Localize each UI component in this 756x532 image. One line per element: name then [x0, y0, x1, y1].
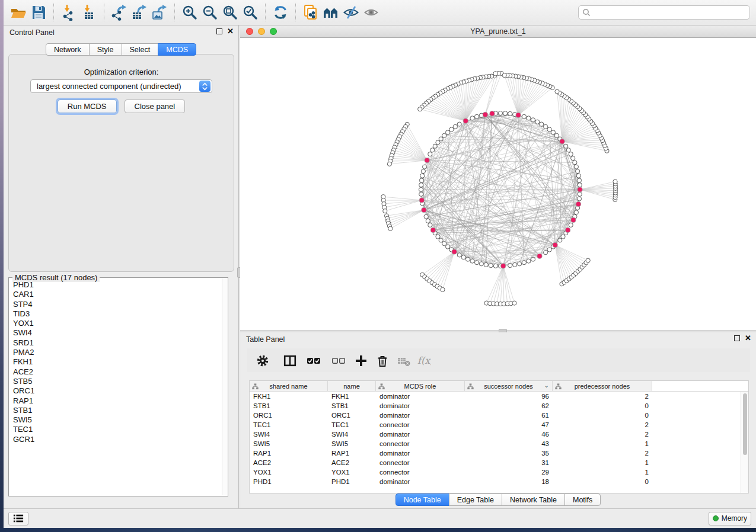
table-row[interactable]: ORC1ORC1dominator610	[250, 411, 748, 420]
search-input[interactable]	[591, 7, 749, 18]
show-all-icon[interactable]	[361, 3, 381, 22]
tab-motifs[interactable]: Motifs	[564, 493, 601, 506]
mcds-result-list[interactable]: PHD1CAR1STP4TID3YOX1SWI4SRD1PMA2FKH1ACE2…	[13, 280, 221, 495]
table-row[interactable]: TEC1TEC1connector472	[250, 420, 748, 430]
table-cell: PHD1	[250, 478, 328, 485]
network-title: YPA_prune.txt_1	[470, 27, 526, 36]
table-row[interactable]: YOX1YOX1connector291	[250, 467, 748, 477]
control-panel: Control Panel ✕ NetworkStyleSelectMCDS O…	[4, 25, 238, 508]
hide-selected-icon[interactable]	[341, 3, 361, 22]
window-maximize-icon[interactable]	[270, 28, 277, 35]
network-graph	[240, 38, 756, 330]
table-row[interactable]: FKH1FKH1dominator962	[250, 392, 748, 401]
table-header-row: shared namename MCDS role successor node…	[250, 381, 748, 392]
export-image-icon[interactable]	[149, 3, 170, 22]
network-canvas[interactable]	[240, 38, 756, 330]
tab-network[interactable]: Network	[46, 43, 90, 56]
control-panel-tabs: NetworkStyleSelectMCDS	[4, 43, 238, 56]
delete-column-icon[interactable]	[375, 352, 390, 369]
result-node[interactable]: STB1	[13, 406, 221, 415]
network-window-titlebar[interactable]: YPA_prune.txt_1	[240, 25, 756, 38]
tab-select[interactable]: Select	[122, 43, 159, 56]
table-row[interactable]: PHD1PHD1dominator180	[250, 477, 748, 486]
result-node[interactable]: STB5	[13, 377, 221, 386]
zoom-fit-icon[interactable]	[220, 3, 240, 22]
export-network-icon[interactable]	[109, 3, 129, 22]
memory-button[interactable]: Memory	[709, 512, 751, 525]
result-node[interactable]: GCR1	[13, 435, 221, 444]
tab-style[interactable]: Style	[89, 43, 122, 56]
open-icon[interactable]	[8, 3, 28, 22]
table-cell: 62	[465, 402, 553, 409]
optimization-label: Optimization criterion:	[9, 68, 234, 76]
table-tabs: Node TableEdge TableNetwork TableMotifs	[240, 493, 756, 506]
select-all-icon[interactable]	[307, 352, 321, 369]
table-scrollbar[interactable]	[741, 392, 748, 493]
tab-mcds[interactable]: MCDS	[158, 43, 196, 56]
tab-node-table[interactable]: Node Table	[395, 493, 449, 506]
table-row[interactable]: SWI5SWI5connector431	[250, 439, 748, 448]
scrollbar-thumb[interactable]	[743, 393, 747, 455]
table-row[interactable]: RAP1RAP1dominator352	[250, 448, 748, 458]
result-node[interactable]: ACE2	[13, 367, 221, 377]
column-header-name[interactable]: name	[328, 381, 376, 391]
table-row[interactable]: ACE2ACE2connector311	[250, 458, 748, 467]
run-mcds-button[interactable]: Run MCDS	[58, 100, 117, 113]
result-node[interactable]: PMA2	[13, 348, 221, 357]
close-panel-icon[interactable]: ✕	[227, 28, 234, 34]
table-cell: 61	[465, 412, 553, 419]
result-node[interactable]: SWI4	[13, 328, 221, 338]
result-node[interactable]: PHD1	[13, 280, 221, 290]
status-bar: Memory	[4, 508, 756, 528]
result-node[interactable]: FKH1	[13, 357, 221, 367]
table-cell: 2	[553, 421, 652, 428]
table-cell: dominator	[376, 412, 465, 419]
close-panel-icon[interactable]: ✕	[745, 335, 751, 341]
tab-network-table[interactable]: Network Table	[502, 493, 565, 506]
result-node[interactable]: STP4	[13, 300, 221, 309]
table-cell: SWI4	[250, 431, 328, 438]
table-cell: 43	[465, 440, 553, 447]
float-panel-icon[interactable]	[216, 28, 222, 34]
zoom-selected-icon[interactable]	[240, 3, 260, 22]
result-node[interactable]: YOX1	[13, 319, 221, 328]
table-cell: ORC1	[250, 412, 328, 419]
optimization-dropdown[interactable]: largest connected component (undirected)	[30, 79, 212, 93]
import-network-icon[interactable]	[59, 3, 79, 22]
import-table-icon[interactable]	[79, 3, 99, 22]
table-row[interactable]: STB1STB1dominator620	[250, 401, 748, 411]
split-view-icon[interactable]	[283, 352, 297, 369]
result-scrollbar[interactable]	[222, 278, 227, 495]
window-close-icon[interactable]	[246, 28, 253, 35]
export-table-icon[interactable]	[129, 3, 149, 22]
table-row[interactable]: SWI4SWI4dominator462	[250, 430, 748, 439]
result-node[interactable]: CAR1	[13, 290, 221, 299]
column-header-successor-nodes[interactable]: successor nodes⌄	[465, 381, 553, 391]
zoom-out-icon[interactable]	[200, 3, 220, 22]
close-panel-button[interactable]: Close panel	[125, 100, 186, 113]
result-node[interactable]: SRD1	[13, 338, 221, 348]
result-node[interactable]: RAP1	[13, 396, 221, 406]
clone-network-icon[interactable]	[301, 3, 321, 22]
column-header-predecessor-nodes[interactable]: predecessor nodes	[553, 381, 652, 391]
float-panel-icon[interactable]	[734, 335, 740, 341]
result-node[interactable]: TEC1	[13, 425, 221, 434]
add-column-icon[interactable]	[354, 352, 368, 369]
layout-icon[interactable]	[270, 3, 291, 22]
window-minimize-icon[interactable]	[258, 28, 265, 35]
save-icon[interactable]	[28, 3, 49, 22]
search-network-icon[interactable]	[321, 3, 341, 22]
zoom-in-icon[interactable]	[180, 3, 200, 22]
table-cell: YOX1	[250, 469, 328, 476]
column-header-shared-name[interactable]: shared name	[250, 381, 328, 391]
result-node[interactable]: TID3	[13, 309, 221, 319]
table-cell: STB1	[250, 402, 328, 409]
search-box[interactable]	[578, 5, 750, 20]
tab-edge-table[interactable]: Edge Table	[449, 493, 502, 506]
result-node[interactable]: ORC1	[13, 386, 221, 396]
settings-icon[interactable]	[256, 352, 270, 369]
task-history-button[interactable]	[8, 512, 28, 525]
column-header-MCDS-role[interactable]: MCDS role	[376, 381, 465, 391]
result-node[interactable]: SWI5	[13, 415, 221, 425]
deselect-all-icon[interactable]	[331, 352, 346, 369]
